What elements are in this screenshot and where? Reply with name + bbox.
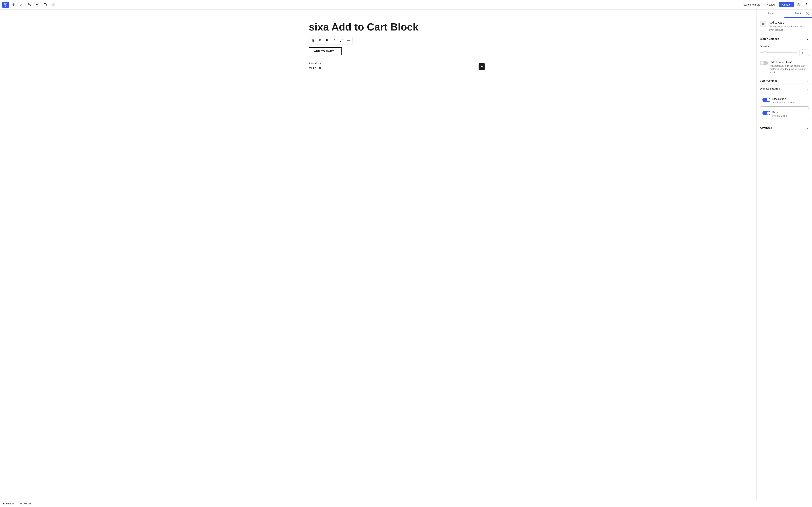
hide-out-of-stock-slider — [760, 61, 768, 65]
button-settings-chevron: ⌃ — [807, 38, 809, 40]
update-button[interactable]: Update — [779, 2, 794, 7]
svg-point-4 — [806, 3, 807, 4]
block-info-header: Add to Cart Display an add-to-cart butto… — [757, 18, 812, 35]
sidebar-tabs: Page Block — [757, 9, 812, 18]
edit-button[interactable] — [18, 2, 24, 8]
svg-point-3 — [798, 4, 799, 5]
side-add-button-container: + — [478, 63, 485, 70]
button-settings-section: Button Settings ⌃ Quantity Hide if out o… — [757, 35, 812, 77]
stock-status-text: 2 in stock — [309, 61, 448, 65]
side-add-button[interactable]: + — [478, 63, 485, 70]
undo-button[interactable] — [26, 2, 33, 8]
settings-button[interactable] — [795, 2, 802, 8]
block-toolbar: B I — [309, 37, 352, 44]
price-text: CHF18.00 — [309, 66, 448, 70]
edit-pencil-button[interactable] — [338, 37, 345, 44]
color-settings-section: Color Settings ⌄ — [757, 77, 812, 85]
stock-status-label: Stock status — [772, 98, 806, 100]
stock-status-toggle[interactable] — [762, 98, 770, 102]
price-text-block: Price Price is visible. — [772, 111, 806, 117]
editor-area: sixa Add to Cart Block B I — [0, 9, 757, 500]
price-toggle[interactable] — [762, 111, 770, 115]
quantity-label: Quantity — [760, 45, 809, 48]
svg-point-9 — [348, 40, 348, 41]
switch-to-draft-button[interactable]: Switch to draft — [741, 2, 762, 7]
stock-status-item: Stock status Stock status is visible. — [760, 95, 809, 107]
block-icon — [760, 21, 766, 27]
price-slider — [762, 111, 770, 115]
add-block-button[interactable] — [10, 2, 17, 8]
quantity-slider[interactable] — [760, 52, 797, 53]
svg-point-6 — [806, 6, 807, 6]
hide-out-of-stock-description: Automatically hide the add-to-cart butto… — [770, 64, 809, 74]
svg-point-11 — [350, 40, 350, 41]
display-settings-chevron: ⌃ — [807, 87, 809, 90]
svg-point-8 — [313, 41, 314, 42]
list-view-button[interactable] — [50, 2, 56, 8]
editor-content: sixa Add to Cart Block B I — [309, 21, 448, 70]
color-settings-toggle[interactable]: Color Settings ⌄ — [757, 77, 812, 84]
topbar-right-actions: Switch to draft Preview Update — [741, 2, 810, 8]
stock-status-description: Stock status is visible. — [772, 101, 806, 104]
hide-out-of-stock-toggle[interactable] — [760, 61, 768, 65]
stock-status-slider — [762, 98, 770, 102]
breadcrumb-arrow: → — [15, 502, 18, 505]
quantity-input[interactable] — [799, 50, 809, 56]
preview-button[interactable]: Preview — [764, 2, 777, 7]
hide-out-of-stock-text: Hide if out of stock? Automatically hide… — [770, 61, 809, 74]
hide-out-of-stock-row: Hide if out of stock? Automatically hide… — [757, 58, 812, 77]
display-settings-label: Display Settings — [760, 87, 780, 90]
more-toolbar-button[interactable] — [345, 37, 352, 44]
svg-point-5 — [806, 4, 807, 5]
sidebar: Page Block Add to Cart Display an add-to… — [757, 9, 812, 500]
more-options-button[interactable] — [803, 2, 810, 8]
display-settings-toggle[interactable]: Display Settings ⌃ — [757, 85, 812, 93]
main-layout: sixa Add to Cart Block B I — [0, 9, 812, 500]
close-sidebar-button[interactable] — [804, 10, 811, 17]
align-button[interactable] — [316, 37, 323, 44]
svg-point-13 — [764, 25, 764, 25]
breadcrumb-document[interactable]: Document — [3, 502, 14, 505]
breadcrumb-add-to-cart[interactable]: Add to Cart — [19, 502, 31, 505]
color-settings-label: Color Settings — [760, 79, 777, 82]
price-row: Price Price is visible. — [760, 108, 809, 120]
block-info-text: Add to Cart Display an add-to-cart butto… — [769, 21, 809, 32]
button-settings-label: Button Settings — [760, 38, 779, 40]
italic-button[interactable]: I — [331, 37, 338, 44]
stock-status-row: Stock status Stock status is visible. — [760, 95, 809, 106]
cart-icon-button[interactable] — [309, 37, 316, 44]
advanced-section: Advanced ⌄ — [757, 124, 812, 132]
svg-point-10 — [349, 40, 349, 41]
button-settings-body: Quantity — [757, 43, 812, 58]
stock-status-text-block: Stock status Stock status is visible. — [772, 98, 806, 104]
hide-out-of-stock-label[interactable]: Hide if out of stock? — [770, 61, 809, 64]
color-settings-chevron: ⌄ — [807, 79, 809, 82]
price-label: Price — [772, 111, 806, 114]
price-description: Price is visible. — [772, 114, 806, 117]
wp-logo — [2, 2, 9, 8]
svg-point-2 — [45, 4, 45, 4]
price-item: Price Price is visible. — [760, 108, 809, 120]
block-info-description: Display an add-to-cart button for a give… — [769, 25, 809, 32]
block-info-title: Add to Cart — [769, 21, 809, 24]
advanced-chevron: ⌄ — [807, 126, 809, 129]
svg-point-12 — [763, 25, 763, 25]
info-button[interactable] — [42, 2, 48, 8]
button-settings-toggle[interactable]: Button Settings ⌃ — [757, 35, 812, 43]
block-title: sixa Add to Cart Block — [309, 21, 448, 33]
tab-page[interactable]: Page — [757, 9, 784, 18]
display-settings-section: Display Settings ⌃ Stock status Stock st… — [757, 85, 812, 124]
quantity-row — [760, 50, 809, 56]
topbar: Switch to draft Preview Update — [0, 0, 812, 9]
bold-button[interactable]: B — [323, 37, 331, 44]
add-to-cart-button[interactable]: ADD TO CART... — [309, 47, 342, 55]
breadcrumb: Document → Add to Cart — [0, 500, 812, 507]
display-settings-body: Stock status Stock status is visible. Pr — [757, 93, 812, 124]
advanced-toggle[interactable]: Advanced ⌄ — [757, 124, 812, 132]
svg-point-7 — [312, 41, 313, 42]
advanced-label: Advanced — [760, 126, 772, 129]
redo-button[interactable] — [34, 2, 41, 8]
